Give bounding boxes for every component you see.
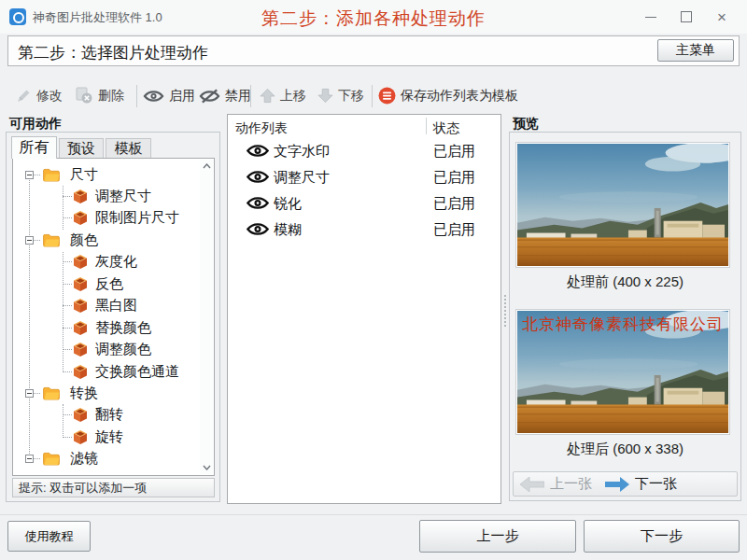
maximize-button[interactable] xyxy=(672,4,700,30)
eye-icon xyxy=(143,89,164,104)
box-icon xyxy=(73,277,88,291)
tree-row-leaf[interactable]: 旋转 xyxy=(13,427,200,448)
tree-label: 颜色 xyxy=(70,231,98,249)
tutorial-button[interactable]: 使用教程 xyxy=(7,521,91,552)
watermark-text: 北京神奇像素科技有限公司 xyxy=(522,314,726,335)
eye-icon xyxy=(246,221,270,237)
content-divider xyxy=(0,514,747,515)
box-icon xyxy=(73,299,88,313)
main-menu-button[interactable]: 主菜单 xyxy=(657,39,734,62)
move-up-button[interactable]: 上移 xyxy=(260,83,306,108)
toolbar-separator xyxy=(136,85,137,107)
tab-all[interactable]: 所有 xyxy=(11,136,57,159)
folder-icon xyxy=(42,233,61,247)
box-icon xyxy=(73,189,88,203)
tree-row-folder[interactable]: 转换 xyxy=(13,383,200,404)
box-icon xyxy=(73,321,88,335)
maximize-icon xyxy=(681,11,692,22)
modify-button[interactable]: 修改 xyxy=(15,83,63,108)
tree-stub xyxy=(63,437,72,438)
delete-label: 删除 xyxy=(98,88,124,105)
subtitle-bar: 第二步：选择图片处理动作 主菜单 xyxy=(7,35,740,66)
scroll-up-icon[interactable] xyxy=(203,163,211,169)
tree-row-leaf[interactable]: 反色 xyxy=(13,273,200,295)
preview-after-image: 北京神奇像素科技有限公司 xyxy=(515,309,730,435)
collapse-icon[interactable] xyxy=(25,389,34,398)
eye-icon xyxy=(246,195,270,211)
eye-icon xyxy=(246,143,270,159)
collapse-icon[interactable] xyxy=(25,236,34,245)
available-actions-title: 可用动作 xyxy=(9,116,62,133)
folder-icon xyxy=(42,452,61,466)
tree-row-leaf[interactable]: 灰度化 xyxy=(13,251,200,273)
tree-stub xyxy=(63,217,72,218)
enable-label: 启用 xyxy=(169,88,195,105)
tab-template[interactable]: 模板 xyxy=(106,138,151,159)
minimize-button[interactable] xyxy=(637,4,665,30)
prev-image-label: 上一张 xyxy=(550,475,592,493)
tree-row-folder[interactable]: 滤镜 xyxy=(13,448,200,469)
action-row[interactable]: 调整尺寸 已启用 xyxy=(228,166,500,190)
arrow-left-icon xyxy=(520,477,544,492)
action-list-header: 动作列表 xyxy=(235,120,288,137)
disable-button[interactable]: 禁用 xyxy=(199,83,251,108)
action-name: 调整尺寸 xyxy=(274,169,330,187)
tab-preset[interactable]: 预设 xyxy=(59,138,104,159)
folder-icon xyxy=(42,168,61,182)
tree-row-leaf[interactable]: 调整颜色 xyxy=(13,339,200,360)
panel-splitter[interactable] xyxy=(504,295,506,327)
preview-before-image xyxy=(515,142,730,268)
pencil-icon xyxy=(15,88,32,105)
toolbar: 修改 删除 启用 禁用 上移 下移 保存动作列表为模板 xyxy=(0,82,747,110)
collapse-icon[interactable] xyxy=(25,171,34,179)
page-subtitle: 第二步：选择图片处理动作 xyxy=(18,42,208,63)
eye-slash-icon xyxy=(199,89,220,104)
tree-row-leaf[interactable]: 黑白图 xyxy=(13,295,200,316)
action-name: 锐化 xyxy=(274,195,302,213)
tree-row-folder[interactable]: 颜色 xyxy=(13,230,200,251)
tree-stub xyxy=(63,305,72,306)
preview-title: 预览 xyxy=(513,116,539,133)
tree-row-leaf[interactable]: 交换颜色通道 xyxy=(13,361,200,383)
next-image-button[interactable]: 下一张 xyxy=(605,475,677,493)
back-button[interactable]: 上一步 xyxy=(419,520,576,553)
box-icon xyxy=(73,430,88,444)
title-bar: 神奇图片批处理软件 1.0 第二步：添加各种处理动作 × xyxy=(0,0,747,34)
box-icon xyxy=(73,365,88,379)
save-template-button[interactable]: 保存动作列表为模板 xyxy=(378,83,518,108)
enable-button[interactable]: 启用 xyxy=(143,83,195,108)
arrow-down-icon xyxy=(317,88,333,104)
tree-label: 调整尺寸 xyxy=(95,188,151,205)
toolbar-separator xyxy=(250,85,251,107)
action-row[interactable]: 模糊 已启用 xyxy=(228,218,500,243)
action-row[interactable]: 文字水印 已启用 xyxy=(228,140,500,164)
tree-row-leaf[interactable]: 替换颜色 xyxy=(13,317,200,339)
collapse-icon[interactable] xyxy=(25,455,34,463)
tree-row-leaf[interactable]: 调整尺寸 xyxy=(13,186,200,207)
folder-icon xyxy=(42,386,61,400)
tree-scrollbar[interactable] xyxy=(200,160,213,474)
close-button[interactable]: × xyxy=(708,4,736,30)
action-row[interactable]: 锐化 已启用 xyxy=(228,192,500,217)
move-up-label: 上移 xyxy=(280,88,306,105)
move-down-label: 下移 xyxy=(338,88,364,105)
tree-label: 限制图片尺寸 xyxy=(95,209,179,227)
app-window: 神奇图片批处理软件 1.0 第二步：添加各种处理动作 × 第二步：选择图片处理动… xyxy=(0,0,747,560)
next-step-button[interactable]: 下一步 xyxy=(584,520,740,553)
tree-label: 翻转 xyxy=(95,406,123,424)
move-down-button[interactable]: 下移 xyxy=(317,83,364,108)
delete-button[interactable]: 删除 xyxy=(75,83,124,108)
save-template-icon xyxy=(378,87,396,105)
tree-row-leaf[interactable]: 翻转 xyxy=(13,404,200,426)
scroll-down-icon[interactable] xyxy=(203,465,211,470)
tree-row-leaf[interactable]: 限制图片尺寸 xyxy=(13,207,200,229)
caption-after: 处理后 (600 x 338) xyxy=(509,441,741,458)
modify-label: 修改 xyxy=(36,88,63,105)
tree-row-folder[interactable]: 尺寸 xyxy=(13,164,200,186)
preview-nav-bar: 上一张 下一张 xyxy=(513,471,738,497)
prev-image-button[interactable]: 上一张 xyxy=(520,475,592,493)
delete-icon xyxy=(75,87,93,105)
action-status: 已启用 xyxy=(433,169,475,187)
step-title: 第二步：添加各种处理动作 xyxy=(0,7,747,31)
tree-label: 交换颜色通道 xyxy=(95,363,179,381)
